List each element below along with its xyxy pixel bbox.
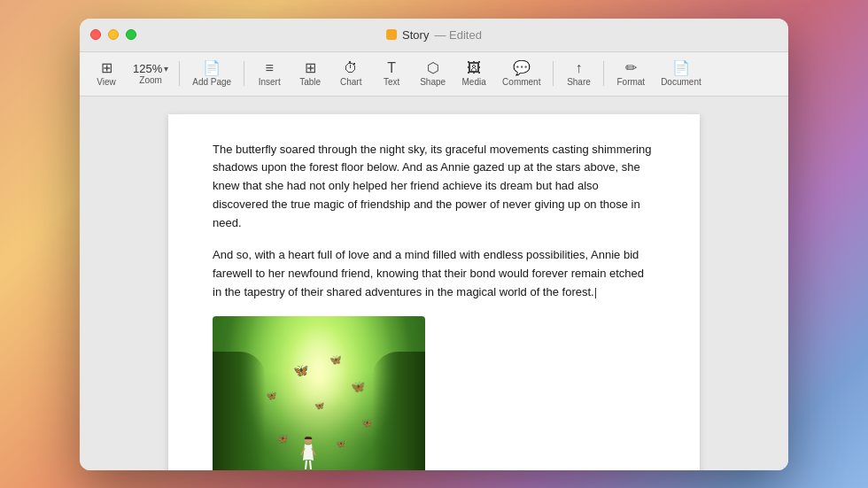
text-button[interactable]: T Text: [372, 58, 411, 90]
comment-label: Comment: [502, 77, 540, 87]
butterfly-4: 🦋: [351, 380, 365, 393]
butterfly-2: 🦋: [329, 354, 342, 366]
share-icon: ↑: [575, 61, 582, 75]
girl-figure: [299, 436, 317, 470]
media-label: Media: [461, 77, 485, 87]
separator-1: [179, 61, 180, 86]
separator-2: [244, 61, 244, 86]
insert-icon: ≡: [266, 61, 274, 75]
title-bar-center: Story — Edited: [386, 28, 482, 42]
app-window: Story — Edited ⊞ View 125% ▾ Zoom 📄 Add …: [80, 19, 788, 470]
format-icon: ✏: [625, 61, 637, 75]
comment-button[interactable]: 💬 Comment: [495, 58, 547, 90]
chart-label: Chart: [340, 77, 361, 87]
paragraph-1[interactable]: The butterfly soared through the night s…: [213, 141, 655, 233]
document-page[interactable]: The butterfly soared through the night s…: [168, 114, 700, 470]
window-subtitle: — Edited: [434, 28, 481, 42]
text-icon: T: [387, 61, 396, 75]
format-label: Format: [616, 77, 645, 87]
media-icon: 🖼: [467, 61, 481, 75]
zoom-control[interactable]: 125% ▾ Zoom: [128, 58, 174, 89]
close-button[interactable]: [90, 29, 101, 40]
document-button[interactable]: 📄 Document: [654, 58, 709, 90]
forest-scene: 🦋 🦋 🦋 🦋 🦋 🦋 🦋 🦋: [213, 316, 425, 470]
text-label: Text: [384, 77, 399, 87]
table-button[interactable]: ⊞ Table: [291, 58, 329, 90]
svg-line-3: [306, 461, 306, 469]
paragraph-2[interactable]: And so, with a heart full of love and a …: [213, 246, 655, 301]
document-label: Document: [661, 77, 701, 87]
document-icon: [386, 29, 397, 40]
chart-button[interactable]: ⏱ Chart: [331, 58, 370, 90]
butterfly-3: 🦋: [266, 391, 276, 400]
traffic-lights: [90, 29, 136, 40]
minimize-button[interactable]: [108, 29, 119, 40]
view-button[interactable]: ⊞ View: [87, 58, 126, 90]
butterflies: 🦋 🦋 🦋 🦋 🦋 🦋 🦋 🦋: [213, 316, 425, 470]
shape-icon: ⬡: [427, 61, 439, 75]
format-button[interactable]: ✏ Format: [609, 58, 652, 90]
document-icon-tb: 📄: [672, 61, 690, 75]
comment-icon: 💬: [513, 61, 531, 75]
zoom-chevron-icon: ▾: [164, 64, 168, 74]
butterfly-5: 🦋: [314, 401, 324, 410]
window-title: Story: [402, 28, 429, 42]
document-image: 🦋 🦋 🦋 🦋 🦋 🦋 🦋 🦋: [213, 316, 425, 470]
add-page-icon: 📄: [203, 61, 221, 75]
separator-3: [553, 61, 554, 86]
table-label: Table: [299, 77, 321, 87]
table-icon: ⊞: [305, 61, 316, 75]
shape-button[interactable]: ⬡ Shape: [413, 58, 453, 90]
share-label: Share: [567, 77, 591, 87]
butterfly-8: 🦋: [336, 439, 345, 448]
toolbar: ⊞ View 125% ▾ Zoom 📄 Add Page ≡ Insert ⊞…: [80, 52, 788, 97]
title-bar: Story — Edited: [80, 19, 788, 52]
shape-label: Shape: [420, 77, 446, 87]
share-button[interactable]: ↑ Share: [559, 58, 598, 90]
butterfly-7: 🦋: [361, 418, 372, 428]
media-button[interactable]: 🖼 Media: [454, 58, 493, 90]
butterfly-1: 🦋: [293, 363, 308, 377]
document-area[interactable]: The butterfly soared through the night s…: [80, 97, 788, 470]
svg-line-4: [310, 461, 311, 469]
view-label: View: [97, 77, 116, 87]
maximize-button[interactable]: [126, 29, 136, 40]
view-icon: ⊞: [101, 61, 112, 75]
insert-button[interactable]: ≡ Insert: [250, 58, 289, 90]
butterfly-6: 🦋: [276, 433, 289, 445]
zoom-label: Zoom: [139, 75, 162, 85]
add-page-label: Add Page: [192, 77, 231, 87]
chart-icon: ⏱: [344, 61, 358, 75]
insert-label: Insert: [259, 77, 281, 87]
zoom-value: 125%: [133, 62, 162, 75]
separator-4: [603, 61, 604, 86]
add-page-button[interactable]: 📄 Add Page: [185, 58, 238, 90]
